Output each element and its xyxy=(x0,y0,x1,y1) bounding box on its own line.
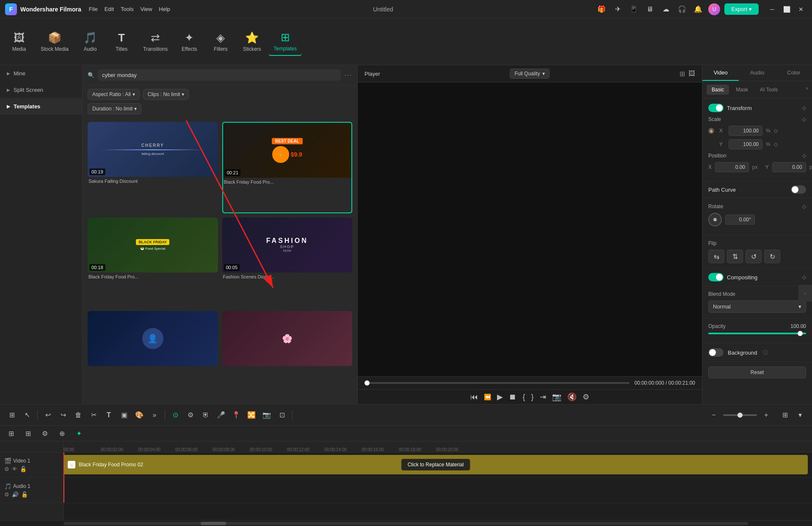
track-settings-button[interactable]: ⚙ xyxy=(38,427,52,440)
text-tool-button[interactable]: T xyxy=(102,408,116,422)
color-tool-button[interactable]: 🎨 xyxy=(133,408,146,422)
aspect-ratio-filter[interactable]: Aspect Ratio : All ▾ xyxy=(88,89,140,100)
scale-y-input[interactable] xyxy=(729,139,762,149)
scale-y-keyframe[interactable]: ◇ xyxy=(774,141,778,147)
grid-view-icon[interactable]: ⊞ xyxy=(679,70,685,78)
rotate-dial[interactable] xyxy=(708,213,722,226)
toolbar-filters[interactable]: ◈ Filters xyxy=(206,28,235,55)
transform-keyframe-icon[interactable]: ◇ xyxy=(802,105,806,111)
step-back-button[interactable]: ⏪ xyxy=(484,394,491,400)
flip-rotate-right-button[interactable]: ↻ xyxy=(764,250,780,263)
menu-edit[interactable]: Edit xyxy=(105,6,114,12)
track-settings-icon[interactable]: ⚙ xyxy=(4,466,9,472)
quality-select[interactable]: Full Quality ▾ xyxy=(510,69,550,79)
mark-out-button[interactable]: } xyxy=(531,393,534,402)
ai-track-button[interactable]: ✦ xyxy=(72,427,86,440)
tab-color[interactable]: Color xyxy=(776,65,812,81)
more-tools-button[interactable]: » xyxy=(148,408,161,422)
mark-in-button[interactable]: { xyxy=(522,393,525,402)
mute-button[interactable]: 🔇 xyxy=(567,392,577,402)
position-x-input[interactable] xyxy=(715,162,749,172)
layout-more-button[interactable]: ▾ xyxy=(793,408,807,422)
flip-horizontal-button[interactable]: ⇆ xyxy=(708,250,724,263)
gift-icon[interactable]: 🎁 xyxy=(596,3,608,15)
settings-ctrl-button[interactable]: ⚙ xyxy=(583,392,589,402)
menu-help[interactable]: Help xyxy=(159,6,170,12)
grid-tool-button[interactable]: ⊞ xyxy=(5,408,19,422)
duration-filter[interactable]: Duration : No limit ▾ xyxy=(88,103,141,114)
menu-file[interactable]: File xyxy=(89,6,98,12)
stop-button[interactable]: ⏹ xyxy=(509,393,516,402)
rotate-keyframe-icon[interactable]: ◇ xyxy=(802,204,806,209)
undo-button[interactable]: ↩ xyxy=(41,408,55,422)
template-card-bf-food[interactable]: BEST DEAL 🍔 $9.9 00:21 Black Friday Food… xyxy=(222,122,353,213)
scale-x-input[interactable] xyxy=(729,126,762,136)
extract-button[interactable]: ⇥ xyxy=(540,392,546,402)
scale-x-keyframe[interactable]: ◇ xyxy=(774,128,778,134)
close-button[interactable]: ✕ xyxy=(795,3,807,15)
headphone-icon[interactable]: 🎧 xyxy=(676,3,688,15)
template-card-6[interactable]: 🌸 xyxy=(222,311,353,400)
flip-vertical-button[interactable]: ⇅ xyxy=(727,250,743,263)
crop-button[interactable]: ▣ xyxy=(117,408,131,422)
menu-view[interactable]: View xyxy=(140,6,152,12)
cloud-icon[interactable]: ☁ xyxy=(660,3,672,15)
toolbar-audio[interactable]: 🎵 Audio xyxy=(75,28,105,55)
template-card-fashion[interactable]: FASHION SHOP NOW 00:05 Fashion Scenes Di… xyxy=(222,218,353,307)
search-input[interactable] xyxy=(98,69,341,81)
add-video-track-button[interactable]: ⊞ xyxy=(4,427,18,440)
skip-back-button[interactable]: ⏮ xyxy=(470,393,478,402)
player-progress-bar[interactable] xyxy=(365,382,630,384)
cut-button[interactable]: ✂ xyxy=(87,408,100,422)
redo-button[interactable]: ↪ xyxy=(56,408,70,422)
template-card-bf-food2[interactable]: BLACK FRIDAY 🥗 Food Special 00:18 Black … xyxy=(88,218,218,307)
sub-tab-more-icon[interactable]: › xyxy=(806,85,808,95)
playhead-button[interactable]: ⊙ xyxy=(168,408,182,422)
sidebar-collapse-btn[interactable]: ‹ xyxy=(798,285,812,302)
phone-icon[interactable]: 📱 xyxy=(628,3,640,15)
tab-video[interactable]: Video xyxy=(702,65,739,81)
scale-keyframe-icon[interactable]: ◇ xyxy=(802,116,806,122)
sidebar-item-mine[interactable]: ▶ Mine xyxy=(0,65,82,82)
sidebar-item-split-screen[interactable]: ▶ Split Screen xyxy=(0,82,82,98)
zoom-in-button[interactable]: + xyxy=(760,408,773,422)
audio-volume-icon[interactable]: 🔊 xyxy=(12,491,19,498)
toolbar-transitions[interactable]: ⇄ Transitions xyxy=(138,28,173,55)
toolbar-media[interactable]: 🖼 Media xyxy=(4,28,34,55)
blend-mode-select[interactable]: Normal ▾ xyxy=(708,300,806,313)
sub-tab-ai-tools[interactable]: AI Tools xyxy=(755,85,783,95)
group-button[interactable]: ⊡ xyxy=(275,408,289,422)
share-icon[interactable]: ✈ xyxy=(612,3,624,15)
toolbar-stock-media[interactable]: 📦 Stock Media xyxy=(36,28,74,55)
sub-tab-basic[interactable]: Basic xyxy=(707,85,729,95)
template-card-5[interactable]: 👤 xyxy=(88,311,218,400)
clips-filter[interactable]: Clips : No limit ▾ xyxy=(143,89,189,100)
layout-grid-button[interactable]: ⊞ xyxy=(778,408,792,422)
timeline-scroll-handle[interactable] xyxy=(201,522,226,525)
compositing-toggle[interactable] xyxy=(708,273,724,281)
mic-button[interactable]: 🎤 xyxy=(214,408,228,422)
position-y-input[interactable] xyxy=(772,162,806,172)
template-card-sakura[interactable]: CHERRY falling discount 00:19 Sakura Fal… xyxy=(88,122,218,213)
toolbar-effects[interactable]: ✦ Effects xyxy=(174,28,204,55)
rotate-input[interactable] xyxy=(725,215,755,225)
sub-tab-mask[interactable]: Mask xyxy=(731,85,753,95)
add-audio-track-button[interactable]: ⊞ xyxy=(21,427,35,440)
effects-settings-button[interactable]: ⚙ xyxy=(184,408,197,422)
toolbar-stickers[interactable]: ⭐ Stickers xyxy=(237,28,267,55)
toolbar-titles[interactable]: T Titles xyxy=(107,28,136,55)
flip-rotate-left-button[interactable]: ↺ xyxy=(746,250,762,263)
monitor-icon[interactable]: 🖥 xyxy=(644,3,656,15)
camera-button[interactable]: 📷 xyxy=(260,408,273,422)
play-button[interactable]: ▶ xyxy=(497,392,503,402)
audio-settings-icon[interactable]: ⚙ xyxy=(4,491,9,498)
path-curve-toggle[interactable] xyxy=(791,185,806,194)
track-lock-icon[interactable]: 🔓 xyxy=(20,466,27,472)
background-toggle[interactable] xyxy=(708,348,724,357)
track-eye-icon[interactable]: 👁 xyxy=(12,466,17,472)
snapshot-button[interactable]: 📷 xyxy=(552,392,561,402)
menu-tools[interactable]: Tools xyxy=(121,6,133,12)
position-keyframe-icon[interactable]: ◇ xyxy=(802,153,806,159)
timeline-clip-video[interactable]: ⊞ Black Friday Food Promo 02 Click to Re… xyxy=(64,455,808,474)
timeline-scroll-track[interactable] xyxy=(64,522,748,525)
